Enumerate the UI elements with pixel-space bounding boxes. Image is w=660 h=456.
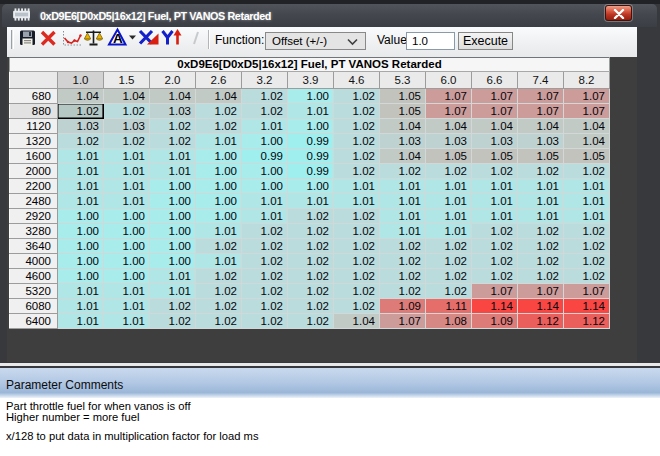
- svg-text:A: A: [113, 31, 123, 46]
